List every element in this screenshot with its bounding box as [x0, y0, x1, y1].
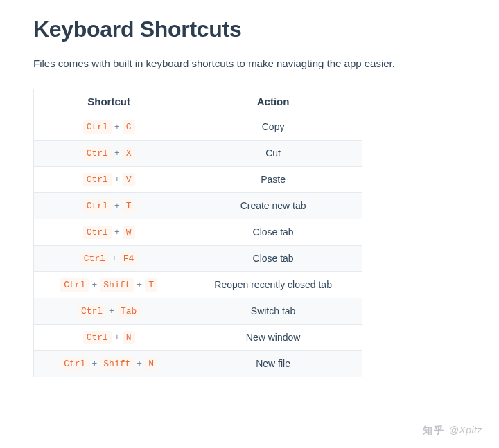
action-cell: Switch tab [184, 298, 362, 324]
action-cell: Cut [184, 140, 362, 166]
key-badge: Ctrl [60, 278, 89, 292]
key-badge: Ctrl [78, 305, 106, 318]
shortcut-cell: Ctrl+F4 [34, 245, 184, 271]
shortcut-cell: Ctrl+Tab [34, 298, 184, 324]
action-cell: Paste [184, 166, 362, 192]
table-row: Ctrl+TCreate new tab [34, 192, 362, 219]
key-badge: W [123, 226, 135, 239]
table-row: Ctrl+CCopy [34, 114, 362, 140]
table-row: Ctrl+Shift+NNew file [34, 350, 362, 377]
table-row: Ctrl+TabSwitch tab [34, 298, 362, 324]
key-badge: T [123, 199, 135, 213]
shortcut-cell: Ctrl+N [34, 324, 184, 350]
table-row: Ctrl+F4Close tab [34, 245, 362, 271]
key-badge: N [123, 331, 135, 344]
shortcut-cell: Ctrl+V [34, 166, 184, 192]
key-badge: Ctrl [83, 199, 112, 213]
table-row: Ctrl+VPaste [34, 166, 362, 192]
key-separator: + [112, 201, 123, 211]
table-row: Ctrl+WClose tab [34, 219, 362, 245]
key-badge: Ctrl [83, 147, 112, 160]
key-badge: N [145, 357, 157, 370]
key-separator: + [112, 122, 123, 132]
key-badge: C [123, 120, 135, 134]
intro-text: Files comes with built in keyboard short… [33, 56, 466, 72]
key-badge: Ctrl [60, 357, 89, 370]
key-badge: Shift [100, 357, 134, 370]
key-separator: + [89, 280, 100, 290]
key-badge: V [123, 173, 135, 186]
key-separator: + [112, 174, 123, 185]
shortcut-cell: Ctrl+C [34, 114, 184, 140]
col-header-shortcut: Shortcut [34, 89, 184, 114]
page-title: Keyboard Shortcuts [33, 17, 466, 42]
shortcut-cell: Ctrl+X [34, 140, 184, 166]
key-separator: + [109, 253, 120, 264]
key-separator: + [106, 306, 117, 316]
action-cell: Copy [184, 114, 362, 140]
shortcut-cell: Ctrl+T [34, 192, 184, 219]
action-cell: Reopen recently closed tab [184, 271, 362, 298]
key-separator: + [134, 359, 145, 369]
key-badge: F4 [120, 252, 138, 265]
table-row: Ctrl+XCut [34, 140, 362, 166]
action-cell: New file [184, 350, 362, 377]
key-badge: Ctrl [83, 173, 112, 186]
table-row: Ctrl+Shift+TReopen recently closed tab [34, 271, 362, 298]
action-cell: Create new tab [184, 192, 362, 219]
action-cell: New window [184, 324, 362, 350]
key-badge: T [145, 278, 157, 292]
shortcut-cell: Ctrl+Shift+T [34, 271, 184, 298]
key-separator: + [112, 227, 123, 238]
key-badge: Tab [117, 305, 140, 318]
table-row: Ctrl+NNew window [34, 324, 362, 350]
action-cell: Close tab [184, 219, 362, 245]
key-badge: Ctrl [83, 331, 112, 344]
shortcuts-table: Shortcut Action Ctrl+CCopyCtrl+XCutCtrl+… [33, 89, 362, 377]
shortcut-cell: Ctrl+Shift+N [34, 350, 184, 377]
key-badge: Ctrl [83, 226, 112, 239]
key-separator: + [112, 148, 123, 159]
col-header-action: Action [184, 89, 362, 114]
key-separator: + [89, 359, 100, 369]
key-badge: X [123, 147, 135, 160]
key-badge: Shift [100, 278, 134, 292]
key-separator: + [112, 332, 123, 343]
key-badge: Ctrl [80, 252, 109, 265]
action-cell: Close tab [184, 245, 362, 271]
shortcut-cell: Ctrl+W [34, 219, 184, 245]
key-separator: + [134, 280, 145, 290]
key-badge: Ctrl [83, 120, 112, 134]
